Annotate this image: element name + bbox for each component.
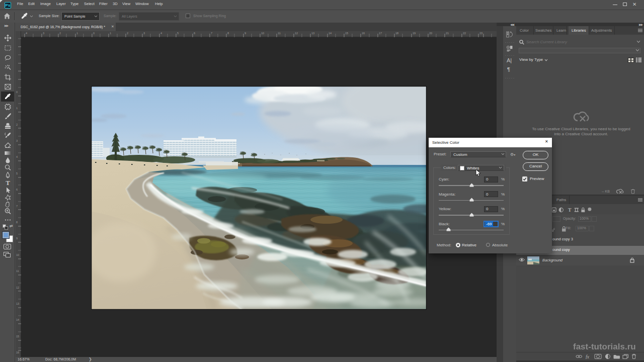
svg-text:fx: fx xyxy=(586,354,590,359)
svg-text:T: T xyxy=(6,179,10,187)
svg-text:T: T xyxy=(568,207,572,213)
